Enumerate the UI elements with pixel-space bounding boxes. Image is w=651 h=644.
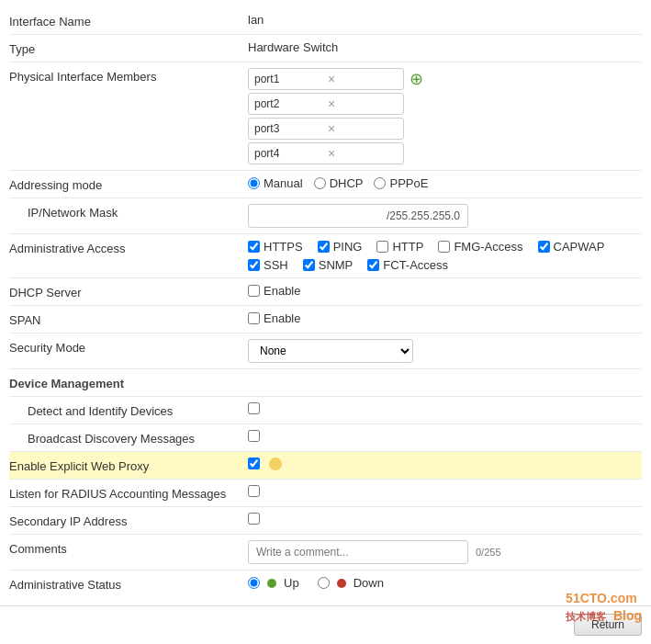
footer: Return (0, 605, 651, 643)
radio-pppoe-input[interactable] (374, 177, 386, 189)
dhcp-enable-checkbox[interactable] (248, 285, 260, 297)
ping-label: PING (333, 240, 363, 254)
radius-checkbox[interactable] (248, 485, 260, 497)
comments-row: Comments 0/255 (9, 535, 642, 571)
admin-status-label: Administrative Status (9, 576, 248, 592)
http-item: HTTP (376, 240, 423, 254)
capwap-item: CAPWAP (538, 240, 605, 254)
http-checkbox[interactable] (376, 241, 388, 253)
comments-counter: 0/255 (476, 547, 501, 558)
radio-manual-label: Manual (264, 176, 303, 190)
https-label: HTTPS (264, 240, 303, 254)
port4-remove[interactable]: × (328, 146, 398, 161)
dhcp-server-label: DHCP Server (9, 284, 248, 299)
port3-tag: port3 × (248, 118, 404, 140)
comments-input[interactable] (248, 540, 468, 564)
radius-row: Listen for RADIUS Accounting Messages (9, 480, 642, 507)
broadcast-label: Broadcast Discovery Messages (9, 430, 248, 446)
ping-checkbox[interactable] (318, 241, 330, 253)
fct-checkbox[interactable] (367, 259, 379, 271)
form-container: Interface Name lan Type Hardware Switch … (0, 0, 651, 605)
add-member-button[interactable]: ⊕ (408, 69, 425, 89)
fmg-checkbox[interactable] (438, 241, 450, 253)
ip-mask-value (248, 204, 642, 228)
dhcp-enable-label: Enable (264, 284, 300, 298)
radius-value (248, 485, 642, 497)
fmg-label: FMG-Access (454, 240, 522, 254)
ssh-item: SSH (248, 258, 288, 272)
tags-list: port1 × ⊕ port2 × port3 × (248, 68, 425, 164)
port4-tag: port4 × (248, 142, 404, 164)
secondary-ip-label: Secondary IP Address (9, 513, 248, 528)
ssh-checkbox[interactable] (248, 259, 260, 271)
admin-status-row: Administrative Status Up Down (9, 571, 642, 598)
radio-pppoe: PPPoE (374, 176, 428, 190)
detect-devices-row: Detect and Identify Devices (9, 397, 642, 424)
detect-devices-checkbox[interactable] (248, 402, 260, 414)
dhcp-server-value: Enable (248, 284, 642, 298)
radio-manual-input[interactable] (248, 177, 260, 189)
explicit-proxy-checkbox[interactable] (248, 458, 260, 469)
comments-value: 0/255 (248, 540, 642, 564)
physical-members-label: Physical Interface Members (9, 68, 248, 84)
span-enable-item: Enable (248, 311, 300, 325)
status-down-radio[interactable] (318, 577, 330, 589)
snmp-checkbox[interactable] (303, 259, 315, 271)
port2-row: port2 × (248, 93, 425, 115)
radio-dhcp-label: DHCP (330, 176, 364, 190)
capwap-label: CAPWAP (554, 240, 605, 254)
snmp-item: SNMP (303, 258, 354, 272)
span-enable-checkbox[interactable] (248, 312, 260, 324)
radius-label: Listen for RADIUS Accounting Messages (9, 485, 248, 501)
security-mode-row: Security Mode None WEP WPA (9, 333, 642, 369)
device-management-row: Device Management (9, 369, 642, 397)
admin-status-value: Up Down (248, 576, 642, 590)
type-label: Type (9, 40, 248, 56)
ssh-label: SSH (264, 258, 288, 272)
port1-remove[interactable]: × (328, 72, 398, 86)
port2-remove[interactable]: × (328, 96, 398, 111)
port3-remove[interactable]: × (328, 121, 398, 136)
broadcast-value (248, 430, 642, 442)
dhcp-server-row: DHCP Server Enable (9, 278, 642, 306)
admin-access-row2: SSH SNMP FCT-Access (248, 258, 604, 272)
span-enable-label: Enable (264, 311, 300, 325)
radio-dhcp-input[interactable] (314, 177, 326, 189)
admin-access-value: HTTPS PING HTTP FMG-Access (248, 240, 642, 272)
status-up-radio[interactable] (248, 577, 260, 589)
device-management-label: Device Management (9, 375, 248, 390)
port4-row: port4 × (248, 142, 425, 164)
port2-label: port2 (254, 97, 324, 110)
status-up-label: Up (284, 576, 299, 590)
fct-item: FCT-Access (367, 258, 448, 272)
capwap-checkbox[interactable] (538, 241, 550, 253)
port4-label: port4 (254, 147, 324, 160)
interface-name-row: Interface Name lan (9, 7, 642, 35)
status-down-label: Down (354, 576, 384, 590)
secondary-ip-value (248, 513, 642, 525)
addressing-mode-row: Addressing mode Manual DHCP PPPoE (9, 171, 642, 198)
addressing-mode-label: Addressing mode (9, 176, 248, 192)
admin-access-row: Administrative Access HTTPS PING HTTP (9, 234, 642, 278)
physical-members-row: Physical Interface Members port1 × ⊕ por… (9, 62, 642, 171)
broadcast-row: Broadcast Discovery Messages (9, 424, 642, 452)
broadcast-checkbox[interactable] (248, 430, 260, 442)
admin-access-label: Administrative Access (9, 240, 248, 255)
type-value: Hardware Switch (248, 40, 642, 54)
secondary-ip-row: Secondary IP Address (9, 507, 642, 535)
ping-item: PING (318, 240, 363, 254)
ip-mask-input[interactable] (248, 204, 468, 228)
port2-tag: port2 × (248, 93, 404, 115)
type-row: Type Hardware Switch (9, 35, 642, 62)
security-mode-select[interactable]: None WEP WPA (248, 339, 413, 363)
span-row: SPAN Enable (9, 306, 642, 333)
explicit-proxy-row: Enable Explicit Web Proxy (9, 452, 642, 480)
detect-devices-label: Detect and Identify Devices (9, 402, 248, 418)
https-checkbox[interactable] (248, 241, 260, 253)
ip-mask-row: IP/Network Mask (9, 198, 642, 234)
status-down-icon (337, 579, 346, 588)
port1-label: port1 (254, 73, 324, 85)
addressing-mode-value: Manual DHCP PPPoE (248, 176, 642, 190)
secondary-ip-checkbox[interactable] (248, 513, 260, 525)
ip-mask-label: IP/Network Mask (9, 204, 248, 220)
